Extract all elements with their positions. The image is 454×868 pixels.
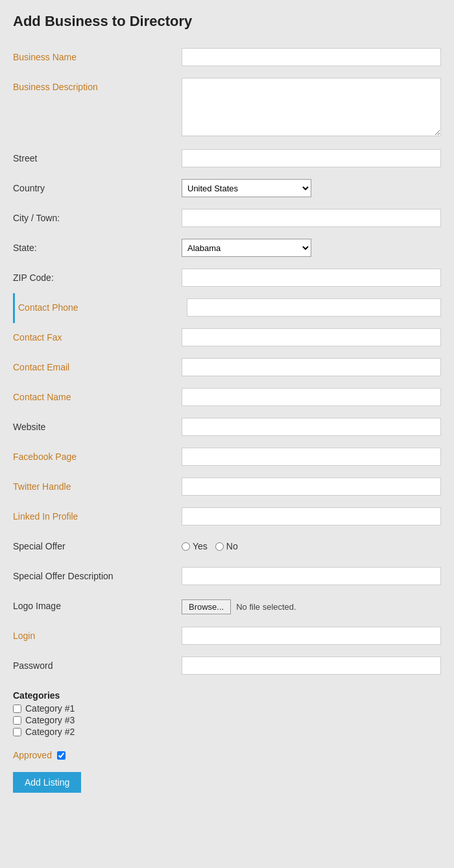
twitter-handle-label: Twitter Handle — [13, 477, 182, 492]
website-input[interactable] — [182, 418, 441, 436]
state-label: State: — [13, 239, 182, 253]
approved-row: Approved — [13, 743, 441, 767]
facebook-page-input[interactable] — [182, 448, 441, 466]
state-select[interactable]: Alabama Alaska Arizona Arkansas Californ… — [182, 239, 311, 257]
country-select[interactable]: United States Canada United Kingdom Aust… — [182, 179, 311, 197]
business-description-field — [182, 78, 441, 139]
special-offer-row: Special Offer Yes No — [13, 532, 441, 562]
no-file-text: No file selected. — [236, 602, 296, 612]
business-name-input[interactable] — [182, 48, 441, 66]
category-2-label: Category #2 — [25, 727, 75, 737]
category-2-checkbox[interactable] — [13, 728, 21, 736]
contact-name-input[interactable] — [182, 388, 441, 406]
facebook-page-field — [182, 448, 441, 466]
special-offer-radio-group: Yes No — [182, 537, 441, 551]
category-item-2: Category #2 — [13, 727, 75, 737]
submit-row: Add Listing — [13, 767, 441, 799]
approved-label: Approved — [13, 750, 52, 760]
city-town-label: City / Town: — [13, 209, 182, 223]
twitter-handle-row: Twitter Handle — [13, 472, 441, 502]
contact-email-label: Contact Email — [13, 358, 182, 372]
login-field — [182, 627, 441, 645]
street-field — [182, 149, 441, 167]
contact-fax-input[interactable] — [182, 328, 441, 346]
state-field: Alabama Alaska Arizona Arkansas Californ… — [182, 239, 441, 257]
special-offer-yes-text: Yes — [193, 541, 208, 551]
approved-checkbox[interactable] — [57, 751, 66, 760]
form-container: Business Name Business Description Stree… — [13, 43, 441, 799]
zip-code-row: ZIP Code: — [13, 263, 441, 293]
page-title: Add Business to Directory — [13, 13, 441, 30]
website-label: Website — [13, 418, 182, 432]
country-label: Country — [13, 179, 182, 193]
twitter-handle-input[interactable] — [182, 477, 441, 496]
twitter-handle-field — [182, 477, 441, 496]
password-input[interactable] — [182, 657, 441, 675]
contact-email-field — [182, 358, 441, 376]
business-description-label: Business Description — [13, 78, 182, 92]
categories-row: Categories Category #1 Category #3 Categ… — [13, 681, 441, 743]
contact-fax-label: Contact Fax — [13, 328, 182, 343]
password-label: Password — [13, 657, 182, 671]
password-field — [182, 657, 441, 675]
special-offer-label: Special Offer — [13, 537, 182, 551]
business-name-label: Business Name — [13, 48, 182, 62]
linkedin-profile-field — [182, 507, 441, 525]
business-description-input[interactable] — [182, 78, 441, 136]
category-3-label: Category #3 — [25, 715, 75, 725]
categories-section: Categories Category #1 Category #3 Categ… — [13, 690, 75, 738]
city-town-input[interactable] — [182, 209, 441, 227]
city-town-field — [182, 209, 441, 227]
special-offer-no-text: No — [226, 541, 238, 551]
category-1-label: Category #1 — [25, 703, 75, 714]
logo-image-label: Logo Image — [13, 597, 182, 611]
street-input[interactable] — [182, 149, 441, 167]
login-label: Login — [13, 627, 182, 641]
linkedin-profile-row: Linked In Profile — [13, 502, 441, 532]
street-row: Street — [13, 144, 441, 174]
special-offer-yes-radio[interactable] — [182, 542, 190, 551]
contact-email-row: Contact Email — [13, 353, 441, 383]
special-offer-description-row: Special Offer Description — [13, 562, 441, 592]
logo-image-row: Logo Image Browse... No file selected. — [13, 592, 441, 621]
city-town-row: City / Town: — [13, 204, 441, 234]
special-offer-description-field — [182, 567, 441, 585]
contact-phone-label: Contact Phone — [18, 298, 187, 313]
logo-image-field: Browse... No file selected. — [182, 597, 441, 614]
zip-code-field — [182, 269, 441, 287]
special-offer-field: Yes No — [182, 537, 441, 551]
linkedin-profile-input[interactable] — [182, 507, 441, 525]
contact-name-row: Contact Name — [13, 383, 441, 413]
login-input[interactable] — [182, 627, 441, 645]
special-offer-no-label[interactable]: No — [215, 541, 238, 551]
contact-phone-field — [187, 298, 441, 317]
category-1-checkbox[interactable] — [13, 705, 21, 713]
browse-button[interactable]: Browse... — [182, 599, 231, 614]
category-3-checkbox[interactable] — [13, 716, 21, 725]
state-row: State: Alabama Alaska Arizona Arkansas C… — [13, 234, 441, 263]
contact-name-label: Contact Name — [13, 388, 182, 402]
special-offer-no-radio[interactable] — [215, 542, 224, 551]
add-listing-button[interactable]: Add Listing — [13, 772, 81, 793]
special-offer-yes-label[interactable]: Yes — [182, 541, 208, 551]
contact-email-input[interactable] — [182, 358, 441, 376]
contact-fax-field — [182, 328, 441, 346]
categories-title: Categories — [13, 690, 75, 701]
category-item-1: Category #1 — [13, 703, 75, 714]
zip-code-label: ZIP Code: — [13, 269, 182, 283]
linkedin-profile-label: Linked In Profile — [13, 507, 182, 522]
country-row: Country United States Canada United King… — [13, 174, 441, 204]
category-item-3: Category #3 — [13, 715, 75, 725]
street-label: Street — [13, 149, 182, 163]
facebook-page-row: Facebook Page — [13, 442, 441, 472]
website-row: Website — [13, 413, 441, 442]
contact-phone-row: Contact Phone — [13, 293, 441, 323]
contact-phone-input[interactable] — [187, 298, 441, 317]
file-row: Browse... No file selected. — [182, 597, 441, 614]
special-offer-description-input[interactable] — [182, 567, 441, 585]
zip-code-input[interactable] — [182, 269, 441, 287]
business-name-row: Business Name — [13, 43, 441, 73]
contact-fax-row: Contact Fax — [13, 323, 441, 353]
business-name-field — [182, 48, 441, 66]
special-offer-description-label: Special Offer Description — [13, 567, 182, 581]
